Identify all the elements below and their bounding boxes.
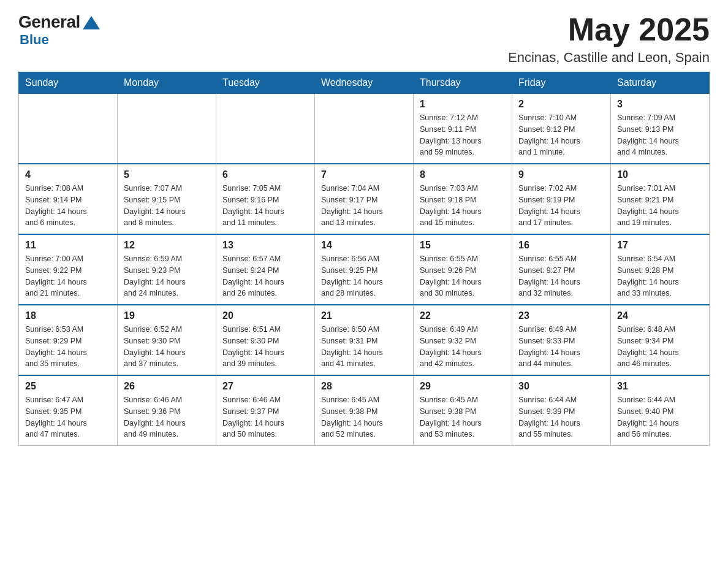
day-number: 26 — [124, 381, 210, 392]
day-info: Sunrise: 6:49 AMSunset: 9:33 PMDaylight:… — [518, 324, 604, 370]
day-info: Sunrise: 6:56 AMSunset: 9:25 PMDaylight:… — [321, 253, 407, 299]
logo: General Blue — [18, 12, 101, 48]
calendar-day-30: 30Sunrise: 6:44 AMSunset: 9:39 PMDayligh… — [512, 375, 611, 446]
calendar-week-row: 11Sunrise: 7:00 AMSunset: 9:22 PMDayligh… — [19, 234, 710, 305]
calendar-header-row: SundayMondayTuesdayWednesdayThursdayFrid… — [19, 72, 710, 94]
day-info: Sunrise: 6:54 AMSunset: 9:28 PMDaylight:… — [617, 253, 703, 299]
calendar-week-row: 1Sunrise: 7:12 AMSunset: 9:11 PMDaylight… — [19, 94, 710, 164]
day-info: Sunrise: 7:01 AMSunset: 9:21 PMDaylight:… — [617, 183, 703, 229]
calendar-day-14: 14Sunrise: 6:56 AMSunset: 9:25 PMDayligh… — [315, 234, 414, 305]
day-number: 13 — [222, 240, 308, 251]
calendar-day-26: 26Sunrise: 6:46 AMSunset: 9:36 PMDayligh… — [118, 375, 216, 446]
day-number: 27 — [222, 381, 308, 392]
logo-underline-text: Blue — [20, 32, 49, 47]
day-number: 17 — [617, 240, 703, 251]
day-number: 8 — [420, 169, 506, 180]
calendar-table: SundayMondayTuesdayWednesdayThursdayFrid… — [18, 72, 710, 446]
day-number: 9 — [518, 169, 604, 180]
day-number: 10 — [617, 169, 703, 180]
calendar-week-row: 25Sunrise: 6:47 AMSunset: 9:35 PMDayligh… — [19, 375, 710, 446]
calendar-day-7: 7Sunrise: 7:04 AMSunset: 9:17 PMDaylight… — [315, 164, 414, 234]
day-number: 7 — [321, 169, 407, 180]
day-info: Sunrise: 6:52 AMSunset: 9:30 PMDaylight:… — [124, 324, 210, 370]
day-info: Sunrise: 6:55 AMSunset: 9:27 PMDaylight:… — [518, 253, 604, 299]
calendar-day-31: 31Sunrise: 6:44 AMSunset: 9:40 PMDayligh… — [611, 375, 710, 446]
calendar-header-sunday: Sunday — [19, 72, 118, 94]
calendar-week-row: 18Sunrise: 6:53 AMSunset: 9:29 PMDayligh… — [19, 305, 710, 375]
day-number: 25 — [25, 381, 111, 392]
day-number: 29 — [420, 381, 506, 392]
calendar-day-11: 11Sunrise: 7:00 AMSunset: 9:22 PMDayligh… — [19, 234, 118, 305]
calendar-day-6: 6Sunrise: 7:05 AMSunset: 9:16 PMDaylight… — [216, 164, 315, 234]
calendar-day-22: 22Sunrise: 6:49 AMSunset: 9:32 PMDayligh… — [414, 305, 512, 375]
calendar-day-25: 25Sunrise: 6:47 AMSunset: 9:35 PMDayligh… — [19, 375, 118, 446]
day-info: Sunrise: 6:53 AMSunset: 9:29 PMDaylight:… — [25, 324, 111, 370]
day-number: 2 — [518, 99, 604, 110]
calendar-day-12: 12Sunrise: 6:59 AMSunset: 9:23 PMDayligh… — [118, 234, 216, 305]
title-area: May 2025 Encinas, Castille and Leon, Spa… — [508, 12, 710, 66]
day-info: Sunrise: 6:44 AMSunset: 9:39 PMDaylight:… — [518, 394, 604, 440]
day-info: Sunrise: 6:49 AMSunset: 9:32 PMDaylight:… — [420, 324, 506, 370]
calendar-day-20: 20Sunrise: 6:51 AMSunset: 9:30 PMDayligh… — [216, 305, 315, 375]
calendar-day-5: 5Sunrise: 7:07 AMSunset: 9:15 PMDaylight… — [118, 164, 216, 234]
calendar-header-saturday: Saturday — [611, 72, 710, 94]
calendar-day-2: 2Sunrise: 7:10 AMSunset: 9:12 PMDaylight… — [512, 94, 611, 164]
day-info: Sunrise: 6:51 AMSunset: 9:30 PMDaylight:… — [222, 324, 308, 370]
calendar-day-10: 10Sunrise: 7:01 AMSunset: 9:21 PMDayligh… — [611, 164, 710, 234]
day-number: 23 — [518, 310, 604, 321]
day-number: 30 — [518, 381, 604, 392]
day-number: 22 — [420, 310, 506, 321]
day-number: 28 — [321, 381, 407, 392]
calendar-header-thursday: Thursday — [414, 72, 512, 94]
calendar-day-18: 18Sunrise: 6:53 AMSunset: 9:29 PMDayligh… — [19, 305, 118, 375]
day-info: Sunrise: 6:50 AMSunset: 9:31 PMDaylight:… — [321, 324, 407, 370]
calendar-day-empty — [315, 94, 414, 164]
day-info: Sunrise: 6:47 AMSunset: 9:35 PMDaylight:… — [25, 394, 111, 440]
calendar-header-wednesday: Wednesday — [315, 72, 414, 94]
calendar-day-17: 17Sunrise: 6:54 AMSunset: 9:28 PMDayligh… — [611, 234, 710, 305]
calendar-day-24: 24Sunrise: 6:48 AMSunset: 9:34 PMDayligh… — [611, 305, 710, 375]
day-info: Sunrise: 7:09 AMSunset: 9:13 PMDaylight:… — [617, 112, 703, 158]
day-info: Sunrise: 7:05 AMSunset: 9:16 PMDaylight:… — [222, 183, 308, 229]
day-info: Sunrise: 7:02 AMSunset: 9:19 PMDaylight:… — [518, 183, 604, 229]
day-info: Sunrise: 6:55 AMSunset: 9:26 PMDaylight:… — [420, 253, 506, 299]
calendar-header-friday: Friday — [512, 72, 611, 94]
day-info: Sunrise: 7:07 AMSunset: 9:15 PMDaylight:… — [124, 183, 210, 229]
calendar-day-empty — [19, 94, 118, 164]
day-info: Sunrise: 6:46 AMSunset: 9:36 PMDaylight:… — [124, 394, 210, 440]
day-info: Sunrise: 6:46 AMSunset: 9:37 PMDaylight:… — [222, 394, 308, 440]
day-info: Sunrise: 7:12 AMSunset: 9:11 PMDaylight:… — [420, 112, 506, 158]
day-info: Sunrise: 7:04 AMSunset: 9:17 PMDaylight:… — [321, 183, 407, 229]
calendar-day-3: 3Sunrise: 7:09 AMSunset: 9:13 PMDaylight… — [611, 94, 710, 164]
calendar-day-29: 29Sunrise: 6:45 AMSunset: 9:38 PMDayligh… — [414, 375, 512, 446]
day-number: 24 — [617, 310, 703, 321]
day-number: 5 — [124, 169, 210, 180]
day-number: 19 — [124, 310, 210, 321]
calendar-day-13: 13Sunrise: 6:57 AMSunset: 9:24 PMDayligh… — [216, 234, 315, 305]
calendar-day-4: 4Sunrise: 7:08 AMSunset: 9:14 PMDaylight… — [19, 164, 118, 234]
day-number: 12 — [124, 240, 210, 251]
calendar-day-21: 21Sunrise: 6:50 AMSunset: 9:31 PMDayligh… — [315, 305, 414, 375]
calendar-header-monday: Monday — [118, 72, 216, 94]
day-number: 21 — [321, 310, 407, 321]
day-number: 11 — [25, 240, 111, 251]
month-title: May 2025 — [508, 12, 710, 47]
calendar-day-28: 28Sunrise: 6:45 AMSunset: 9:38 PMDayligh… — [315, 375, 414, 446]
day-info: Sunrise: 6:59 AMSunset: 9:23 PMDaylight:… — [124, 253, 210, 299]
day-number: 3 — [617, 99, 703, 110]
logo-triangle-icon — [83, 16, 100, 29]
day-info: Sunrise: 6:44 AMSunset: 9:40 PMDaylight:… — [617, 394, 703, 440]
day-info: Sunrise: 6:45 AMSunset: 9:38 PMDaylight:… — [420, 394, 506, 440]
calendar-day-empty — [118, 94, 216, 164]
calendar-day-27: 27Sunrise: 6:46 AMSunset: 9:37 PMDayligh… — [216, 375, 315, 446]
calendar-week-row: 4Sunrise: 7:08 AMSunset: 9:14 PMDaylight… — [19, 164, 710, 234]
calendar-day-19: 19Sunrise: 6:52 AMSunset: 9:30 PMDayligh… — [118, 305, 216, 375]
day-number: 1 — [420, 99, 506, 110]
day-number: 15 — [420, 240, 506, 251]
day-number: 16 — [518, 240, 604, 251]
day-info: Sunrise: 6:48 AMSunset: 9:34 PMDaylight:… — [617, 324, 703, 370]
calendar-day-15: 15Sunrise: 6:55 AMSunset: 9:26 PMDayligh… — [414, 234, 512, 305]
calendar-day-8: 8Sunrise: 7:03 AMSunset: 9:18 PMDaylight… — [414, 164, 512, 234]
day-number: 18 — [25, 310, 111, 321]
calendar-day-1: 1Sunrise: 7:12 AMSunset: 9:11 PMDaylight… — [414, 94, 512, 164]
